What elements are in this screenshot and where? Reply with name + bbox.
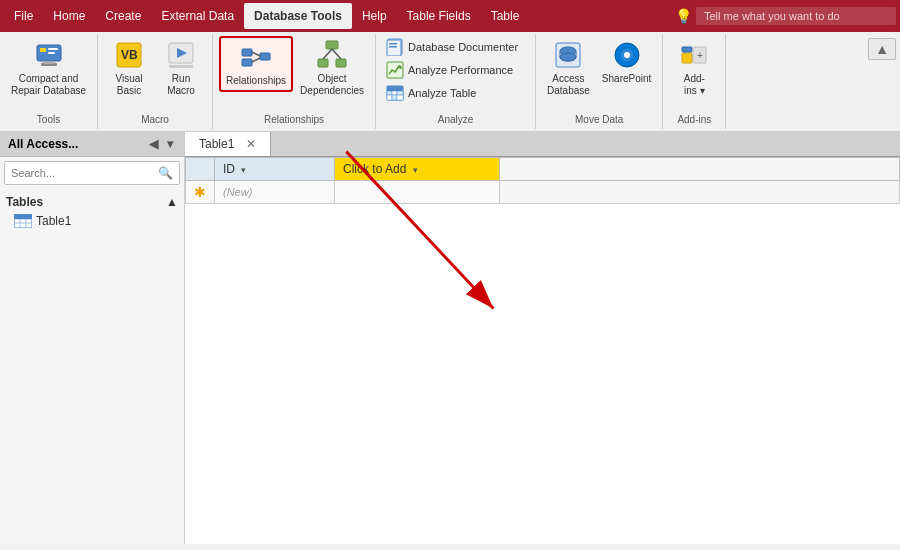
svg-point-40 bbox=[560, 53, 576, 61]
table-container: ID ▾ Click to Add ▾ ✱ (New) bbox=[185, 157, 900, 544]
tab-table1-label: Table1 bbox=[199, 137, 234, 151]
new-row-id[interactable]: (New) bbox=[215, 181, 335, 204]
sharepoint-button[interactable]: SharePoint bbox=[597, 36, 656, 88]
run-macro-button[interactable]: RunMacro bbox=[156, 36, 206, 100]
table1-icon bbox=[14, 214, 32, 228]
nav-table1-label: Table1 bbox=[36, 214, 71, 228]
object-dependencies-button[interactable]: ObjectDependencies bbox=[295, 36, 369, 100]
ribbon-group-macro: VB VisualBasic RunMacro bbox=[98, 34, 213, 129]
click-to-add-label: Click to Add bbox=[343, 162, 406, 176]
nav-pin-icon[interactable]: ◀ bbox=[146, 136, 161, 152]
menu-file[interactable]: File bbox=[4, 3, 43, 29]
nav-search-input[interactable] bbox=[11, 167, 158, 179]
access-database-label: AccessDatabase bbox=[547, 73, 590, 97]
collapse-ribbon-button[interactable]: ▲ bbox=[868, 38, 896, 60]
tab-table1[interactable]: Table1 ✕ bbox=[185, 132, 271, 156]
analyze-table-button[interactable]: Analyze Table bbox=[382, 82, 529, 104]
nav-tables-header[interactable]: Tables ▲ bbox=[6, 193, 178, 211]
object-dependencies-icon bbox=[316, 39, 348, 71]
add-ins-label: Add-ins ▾ bbox=[684, 73, 705, 97]
content-area: Table1 ✕ ID ▾ Click to Add ▾ bbox=[185, 132, 900, 544]
id-dropdown-arrow[interactable]: ▾ bbox=[241, 165, 246, 175]
empty-header bbox=[500, 158, 900, 181]
svg-line-15 bbox=[252, 58, 260, 62]
svg-rect-37 bbox=[397, 95, 403, 100]
svg-rect-33 bbox=[392, 91, 397, 95]
analyze-table-icon bbox=[386, 84, 404, 102]
lightbulb-icon: 💡 bbox=[675, 8, 692, 24]
new-row-value[interactable] bbox=[335, 181, 500, 204]
tab-close-icon[interactable]: ✕ bbox=[246, 137, 256, 151]
compact-repair-button[interactable]: Compact andRepair Database bbox=[6, 36, 91, 100]
svg-text:+: + bbox=[697, 50, 703, 61]
ribbon: File Home Create External Data Database … bbox=[0, 0, 900, 132]
svg-text:VB: VB bbox=[121, 48, 138, 62]
svg-rect-10 bbox=[169, 65, 193, 68]
nav-pane-header: All Access... ◀ ▾ bbox=[0, 132, 184, 157]
menu-table[interactable]: Table bbox=[481, 3, 530, 29]
tell-me-input[interactable] bbox=[696, 7, 896, 25]
svg-rect-12 bbox=[242, 59, 252, 66]
nav-header-icons: ◀ ▾ bbox=[146, 136, 176, 152]
access-database-button[interactable]: AccessDatabase bbox=[542, 36, 595, 100]
svg-line-20 bbox=[332, 49, 341, 59]
tab-bar: Table1 ✕ bbox=[185, 132, 900, 157]
tools-items: Compact andRepair Database bbox=[6, 36, 91, 112]
visual-basic-icon: VB bbox=[113, 39, 145, 71]
menu-table-fields[interactable]: Table Fields bbox=[397, 3, 481, 29]
svg-rect-45 bbox=[682, 47, 692, 52]
add-ins-icon: + bbox=[678, 39, 710, 71]
menu-help[interactable]: Help bbox=[352, 3, 397, 29]
analyze-table-label: Analyze Table bbox=[408, 87, 476, 99]
add-ins-button[interactable]: + Add-ins ▾ bbox=[669, 36, 719, 100]
table-new-row: ✱ (New) bbox=[186, 181, 900, 204]
toolbar: Compact andRepair Database Tools VB Visu… bbox=[0, 32, 900, 132]
macro-group-label: Macro bbox=[141, 112, 169, 127]
menu-database-tools[interactable]: Database Tools bbox=[244, 3, 352, 29]
svg-rect-49 bbox=[14, 214, 32, 219]
main-area: All Access... ◀ ▾ 🔍 Tables ▲ bbox=[0, 132, 900, 544]
nav-search-box: 🔍 bbox=[4, 161, 180, 185]
menu-create[interactable]: Create bbox=[95, 3, 151, 29]
relationships-icon bbox=[240, 41, 272, 73]
svg-rect-36 bbox=[392, 95, 397, 100]
svg-rect-3 bbox=[48, 52, 55, 54]
svg-rect-11 bbox=[242, 49, 252, 56]
click-to-add-header[interactable]: Click to Add ▾ bbox=[335, 158, 500, 181]
move-data-group-label: Move Data bbox=[575, 112, 623, 127]
svg-rect-5 bbox=[43, 61, 55, 64]
analyze-performance-button[interactable]: Analyze Performance bbox=[382, 59, 529, 81]
svg-point-43 bbox=[624, 52, 630, 58]
id-column-header[interactable]: ID ▾ bbox=[215, 158, 335, 181]
nav-item-table1[interactable]: Table1 bbox=[6, 211, 178, 231]
database-documenter-icon bbox=[386, 38, 404, 56]
relationships-label: Relationships bbox=[226, 75, 286, 87]
svg-rect-17 bbox=[318, 59, 328, 67]
menu-external-data[interactable]: External Data bbox=[151, 3, 244, 29]
database-documenter-button[interactable]: Database Documenter bbox=[382, 36, 529, 58]
new-row-empty bbox=[500, 181, 900, 204]
svg-rect-1 bbox=[40, 48, 46, 52]
object-dependencies-label: ObjectDependencies bbox=[300, 73, 364, 97]
new-row-selector: ✱ bbox=[186, 181, 215, 204]
access-database-icon bbox=[552, 39, 584, 71]
nav-search-icon: 🔍 bbox=[158, 166, 173, 180]
menu-home[interactable]: Home bbox=[43, 3, 95, 29]
click-to-add-dropdown-arrow[interactable]: ▾ bbox=[413, 165, 418, 175]
relationships-button[interactable]: Relationships bbox=[219, 36, 293, 92]
ribbon-group-relationships: Relationships ObjectDependencies bbox=[213, 34, 376, 129]
tools-group-label: Tools bbox=[37, 112, 60, 127]
visual-basic-button[interactable]: VB VisualBasic bbox=[104, 36, 154, 100]
analyze-performance-label: Analyze Performance bbox=[408, 64, 513, 76]
nav-pane-title: All Access... bbox=[8, 137, 78, 151]
id-header-label: ID bbox=[223, 162, 235, 176]
row-selector-header bbox=[186, 158, 215, 181]
nav-options-icon[interactable]: ▾ bbox=[164, 136, 176, 152]
nav-tables-collapse-icon: ▲ bbox=[166, 195, 178, 209]
nav-tables-label: Tables bbox=[6, 195, 43, 209]
analyze-performance-icon bbox=[386, 61, 404, 79]
analyze-items: Database Documenter Analyze Performance bbox=[382, 36, 529, 104]
move-data-items: AccessDatabase SharePoint bbox=[542, 36, 656, 112]
ribbon-group-addins: + Add-ins ▾ Add-ins bbox=[663, 34, 726, 129]
database-documenter-label: Database Documenter bbox=[408, 41, 518, 53]
